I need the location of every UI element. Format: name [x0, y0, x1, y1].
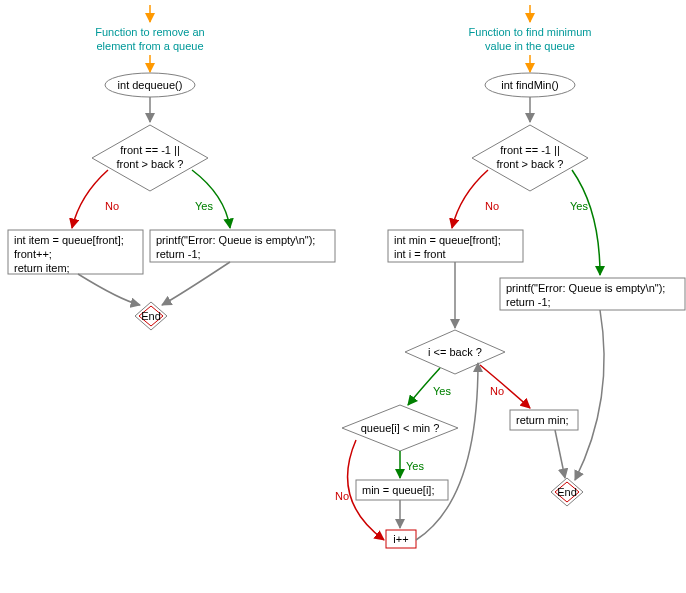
arrow-error-end [575, 310, 604, 480]
label-loop-yes: Yes [433, 385, 451, 397]
edge-no-left [72, 170, 108, 228]
cond-right-line2: front > back ? [497, 158, 564, 170]
incr-label: i++ [393, 533, 408, 545]
end-label-left: End [141, 310, 161, 322]
no-block-l3: return item; [14, 262, 70, 274]
start-label-left: int dequeue() [118, 79, 183, 91]
label-loop-no: No [490, 385, 504, 397]
end-node-left: End [135, 302, 167, 330]
cond-right-line1: front == -1 || [500, 144, 560, 156]
edge-yes-right [572, 170, 600, 275]
edge-no-right [452, 170, 488, 228]
start-label-right: int findMin() [501, 79, 558, 91]
init-l2: int i = front [394, 248, 446, 260]
error-l1: printf("Error: Queue is empty\n"); [506, 282, 665, 294]
error-l2: return -1; [506, 296, 551, 308]
arrow-return-end [555, 430, 565, 478]
title-right-line2: value in the queue [485, 40, 575, 52]
init-l1: int min = queue[front]; [394, 234, 501, 246]
arrow-yesblock-end-left [162, 262, 230, 305]
label-yes-right: Yes [570, 200, 588, 212]
edge-loop-no [480, 365, 530, 408]
label-yes-left: Yes [195, 200, 213, 212]
end-label-right: End [557, 486, 577, 498]
end-node-right: End [551, 478, 583, 506]
cond-left-line2: front > back ? [117, 158, 184, 170]
inner-cond-label: queue[i] < min ? [361, 422, 440, 434]
no-block-l1: int item = queue[front]; [14, 234, 124, 246]
label-inner-no: No [335, 490, 349, 502]
label-inner-yes: Yes [406, 460, 424, 472]
cond-left-line1: front == -1 || [120, 144, 180, 156]
yes-block-l2: return -1; [156, 248, 201, 260]
return-label: return min; [516, 414, 569, 426]
flowchart-dequeue: Function to remove an element from a que… [8, 5, 335, 330]
label-no-right: No [485, 200, 499, 212]
arrow-noblock-end-left [78, 274, 140, 305]
no-block-l2: front++; [14, 248, 52, 260]
title-left-line2: element from a queue [96, 40, 203, 52]
assign-label: min = queue[i]; [362, 484, 434, 496]
edge-yes-left [192, 170, 230, 228]
title-left-line1: Function to remove an [95, 26, 204, 38]
yes-block-l1: printf("Error: Queue is empty\n"); [156, 234, 315, 246]
loop-cond-label: i <= back ? [428, 346, 482, 358]
title-right-line1: Function to find minimum [469, 26, 592, 38]
flowchart-findmin: Function to find minimum value in the qu… [335, 5, 685, 548]
label-no-left: No [105, 200, 119, 212]
